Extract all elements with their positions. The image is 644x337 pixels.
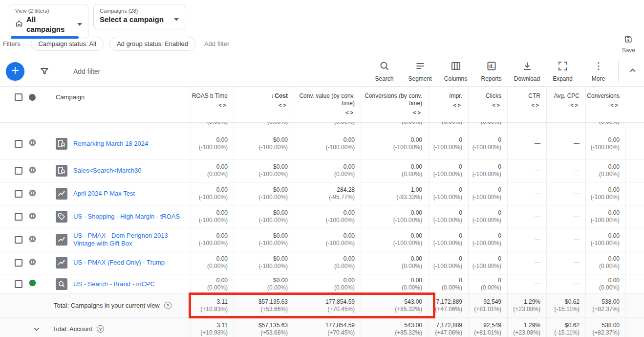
column-header-clicks[interactable]: Clicks <> bbox=[468, 87, 507, 122]
metric-value: — bbox=[574, 213, 580, 221]
clipped-status-cell bbox=[22, 122, 42, 128]
metric-change-pct: (-100.00%) bbox=[472, 240, 501, 247]
row-spacer-cell bbox=[625, 182, 644, 205]
metric-cell: 543.00(+85.32%) bbox=[361, 317, 428, 337]
column-header-campaign[interactable]: Campaign bbox=[42, 87, 191, 122]
metric-value: 7,172,889 bbox=[436, 298, 462, 306]
row-spacer-cell bbox=[625, 128, 644, 159]
campaign-link[interactable]: US - PMAX - Dom Perignon 2013 Vintage wi… bbox=[73, 232, 191, 247]
home-icon bbox=[15, 20, 23, 30]
metric-cell: 0(-100.00%) bbox=[428, 182, 468, 205]
view-selector-label: View (2 filters) bbox=[15, 7, 82, 14]
metric-value: — bbox=[574, 167, 580, 175]
row-checkbox[interactable] bbox=[15, 140, 22, 148]
metric-value: 7,172,889 bbox=[436, 322, 462, 329]
save-button[interactable]: Save bbox=[622, 34, 635, 54]
row-checkbox[interactable] bbox=[15, 280, 22, 288]
filter-chip-ad-group-status[interactable]: Ad group status: Enabled bbox=[109, 37, 195, 51]
campaign-link[interactable]: US - Search - Brand - mCPC bbox=[73, 280, 155, 288]
add-campaign-button[interactable] bbox=[6, 62, 24, 81]
status-paused-icon[interactable] bbox=[29, 166, 36, 176]
metric-cell: 92,549(+81.01%) bbox=[468, 294, 507, 317]
row-checkbox[interactable] bbox=[15, 259, 22, 267]
campaign-link[interactable]: US - PMAX (Feed Only) - Trump bbox=[73, 259, 165, 267]
row-checkbox[interactable] bbox=[15, 236, 22, 244]
help-icon[interactable]: ? bbox=[97, 325, 104, 333]
clipped-metric-cell bbox=[507, 122, 546, 128]
metric-value: $0.00 bbox=[273, 255, 288, 263]
campaign-link[interactable]: April 2024 P Max Test bbox=[73, 190, 135, 198]
metric-change-pct: (+53.66%) bbox=[260, 329, 288, 337]
column-header-ctr[interactable]: CTR <> bbox=[507, 87, 546, 122]
download-button[interactable]: Download bbox=[509, 60, 545, 82]
metric-value: — bbox=[535, 140, 540, 147]
metric-change-pct: (-100.00%) bbox=[433, 194, 462, 201]
column-header-conversions[interactable]: Conversions <> bbox=[585, 87, 625, 122]
campaign-link[interactable]: Remarking March 18 2024 bbox=[73, 140, 148, 148]
status-enabled-icon[interactable] bbox=[29, 279, 36, 289]
reports-button[interactable]: Reports bbox=[473, 60, 509, 82]
metric-value: 0.00 bbox=[216, 209, 228, 217]
search-button[interactable]: Search bbox=[366, 60, 402, 82]
reports-icon bbox=[486, 60, 497, 74]
metric-cell: 0.00(-100.00%) bbox=[585, 228, 625, 251]
metric-cell: 0.00(-100.00%) bbox=[294, 205, 361, 228]
segment-button[interactable]: Segment bbox=[402, 60, 438, 82]
campaign-selector-dropdown[interactable]: Campaigns (28) Select a campaign bbox=[93, 4, 185, 29]
metric-cell: 3.11(+10.93%) bbox=[191, 294, 234, 317]
columns-button[interactable]: Columns bbox=[438, 60, 473, 82]
metric-value: — bbox=[574, 190, 580, 198]
metric-cell: 0.00(0.00%) bbox=[585, 274, 625, 293]
row-campaign-cell: Remarking March 18 2024 bbox=[42, 128, 191, 159]
status-paused-icon[interactable] bbox=[29, 139, 36, 148]
sort-handles: <> bbox=[531, 102, 540, 108]
status-paused-icon[interactable] bbox=[29, 235, 36, 245]
metric-cell: 0(-100.00%) bbox=[428, 251, 468, 274]
filter-funnel-icon[interactable] bbox=[39, 66, 50, 77]
row-checkbox[interactable] bbox=[15, 213, 22, 221]
campaign-link[interactable]: US - Shopping - High Margin - tROAS bbox=[73, 213, 180, 221]
sort-handles: <> bbox=[492, 102, 501, 108]
metric-change-pct: (-100.00%) bbox=[433, 144, 462, 151]
clipped-metric-cell: (0.00%) bbox=[294, 122, 361, 128]
column-header-roas[interactable]: ROAS b Time <> bbox=[191, 87, 234, 122]
more-button[interactable]: More bbox=[580, 60, 616, 82]
row-campaign-cell: US - Search - Brand - mCPC bbox=[42, 274, 191, 293]
status-paused-icon[interactable] bbox=[29, 212, 36, 222]
row-checkbox[interactable] bbox=[15, 190, 22, 198]
metric-value: 92,549 bbox=[483, 322, 501, 329]
row-checkbox[interactable] bbox=[15, 167, 22, 175]
column-header-impressions[interactable]: Impr. <> bbox=[428, 87, 468, 122]
view-selector-dropdown[interactable]: View (2 filters) All campaigns bbox=[9, 4, 88, 39]
metric-value: — bbox=[535, 213, 540, 221]
clipped-table-row: (0.00%)(0.00%)(0.00%)(0.00%)(0.00%)(0.00… bbox=[0, 122, 644, 128]
toolbar-add-filter[interactable]: Add filter bbox=[73, 67, 100, 75]
search-doc-campaign-icon bbox=[56, 138, 67, 150]
sort-handles: <> bbox=[610, 102, 620, 108]
chevron-down-icon[interactable] bbox=[31, 324, 42, 335]
collapse-table-button[interactable] bbox=[622, 65, 644, 78]
help-icon[interactable]: ? bbox=[164, 302, 172, 309]
column-header-conversions-by-time[interactable]: Conversions (by conv. time) <> bbox=[361, 87, 428, 122]
table-row: US - PMAX - Dom Perignon 2013 Vintage wi… bbox=[0, 228, 644, 251]
row-status-cell bbox=[22, 205, 42, 228]
campaign-link[interactable]: Sales<Search<March30 bbox=[73, 167, 141, 175]
metric-change-pct: (+53.66%) bbox=[260, 306, 288, 313]
metric-value: $0.00 bbox=[273, 277, 288, 284]
column-header-cost[interactable]: ↓Cost <> bbox=[234, 87, 294, 122]
column-header-conv-value[interactable]: Conv. value (by conv. time) <> bbox=[294, 87, 361, 122]
table-row: US - Shopping - High Margin - tROAS0.00(… bbox=[0, 205, 644, 228]
metric-value: 0 bbox=[459, 136, 462, 144]
clipped-percentage: (0.00%) bbox=[207, 122, 228, 128]
status-paused-icon[interactable] bbox=[29, 258, 36, 268]
metric-cell: 0.00(-100.00%) bbox=[294, 128, 361, 159]
expand-button[interactable]: Expand bbox=[545, 60, 580, 82]
select-all-checkbox[interactable] bbox=[15, 93, 22, 101]
column-header-avg-cpc[interactable]: Avg. CPC <> bbox=[546, 87, 585, 122]
add-filter-link[interactable]: Add filter bbox=[204, 40, 229, 47]
metric-value: 538.00 bbox=[601, 298, 620, 306]
metric-value: 0 bbox=[459, 163, 462, 171]
metric-cell: — bbox=[546, 205, 585, 228]
metric-change-pct: (+70.45%) bbox=[327, 306, 355, 313]
status-paused-icon[interactable] bbox=[29, 189, 36, 199]
